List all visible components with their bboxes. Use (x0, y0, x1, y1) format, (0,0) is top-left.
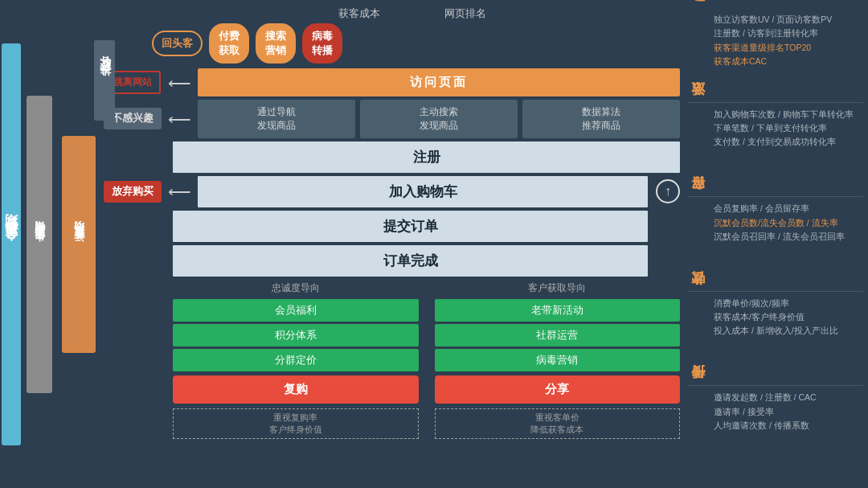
retain-metrics: 会员复购率 / 会员留存率 沉默会员数/流失会员数 / 流失率 沉默会员召回率 … (710, 202, 863, 244)
search-discovery: 主动搜索 发现商品 (360, 100, 518, 138)
up-arrow: ↑ (656, 179, 680, 203)
revenue-metrics: 消费单价/频次/频率 获客成本/客户终身价值 投入成本 / 新增收入/投入产出比 (710, 297, 863, 338)
arrow-left-1: ⟵ (168, 73, 191, 92)
register-row: 注册 (104, 141, 680, 173)
register-bar: 注册 (173, 141, 680, 173)
revenue-m3: 投入成本 / 新增收入/投入产出比 (714, 324, 863, 338)
activate-m2: 下单笔数 / 下单到支付转化率 (714, 121, 863, 135)
loyalty-col: 忠诚度导向 会员福利 积分体系 分群定价 复购 重视复购率 客户终身价值 (173, 281, 419, 439)
group-pricing: 分群定价 (173, 349, 419, 371)
loyalty-column: 会员忠诚度计划 (0, 0, 23, 488)
discovery-row: 不感兴趣 ⟵ 通过导航 发现商品 主动搜索 发现商品 数据算法 推荐商品 (104, 100, 680, 138)
activate-metrics: 加入购物车次数 / 购物车下单转化率 下单笔数 / 下单到支付转化率 支付数 /… (710, 108, 863, 150)
activate-section: 激活 加入购物车次数 / 购物车下单转化率 下单笔数 / 下单到支付转化率 支付… (688, 103, 863, 198)
promote-label: 推广获客 (94, 40, 115, 121)
points-system: 积分体系 (173, 324, 419, 347)
spread-section: 传播 邀请发起数 / 注册数 / CAC 邀请率 / 接受率 人均邀请次数 / … (688, 386, 863, 480)
acquire-m3: 获客渠道量级排名TOP20 (714, 41, 863, 55)
complete-order-row: 订单完成 (104, 245, 680, 277)
spread-metrics: 邀请发起数 / 注册数 / CAC 邀请率 / 接受率 人均邀请次数 / 传播系… (710, 391, 863, 433)
arrow-left-3: ⟵ (168, 182, 191, 201)
channels-row: 回头客 付费 获取 搜索 营销 病毒 转播 (104, 23, 680, 64)
loyalty-note: 重视复购率 客户终身价值 (173, 408, 419, 439)
lifecycle-column: 生命周期营销 (23, 0, 56, 488)
lifecycle-label: 生命周期营销 (27, 96, 52, 393)
retain-m1: 会员复购率 / 会员留存率 (714, 202, 863, 215)
retain-section: 留存 会员复购率 / 会员留存率 沉默会员数/流失会员数 / 流失率 沉默会员召… (688, 197, 863, 292)
acquire-m4: 获客成本CAC (714, 55, 863, 68)
main-layout: 会员忠诚度计划 生命周期营销 运营常规活动 获客成本 网页排名 回头客 付费 获… (0, 0, 868, 488)
member-benefit: 会员福利 (173, 299, 419, 322)
revenue-m2: 获客成本/客户终身价值 (714, 310, 863, 324)
community-ops: 社群运营 (435, 324, 681, 347)
spread-m2: 邀请率 / 接受率 (714, 405, 863, 419)
revenue-m1: 消费单价/频次/频率 (714, 297, 863, 310)
channel-returning: 回头客 (152, 31, 203, 56)
customer-note: 重视客单价 降低获客成本 (435, 408, 681, 439)
arrow-left-2: ⟵ (168, 109, 191, 129)
algo-recommendation: 数据算法 推荐商品 (522, 100, 680, 138)
activate-m1: 加入购物车次数 / 购物车下单转化率 (714, 108, 863, 121)
loyalty-section: 忠诚度导向 会员福利 积分体系 分群定价 复购 重视复购率 客户终身价值 客户获… (104, 281, 680, 439)
share-button[interactable]: 分享 (435, 375, 681, 404)
cost-label: 获客成本 (338, 6, 380, 21)
visit-page-bar: 访问页面 (198, 68, 680, 96)
complete-order-bar: 订单完成 (173, 245, 648, 277)
visit-row: 跳离网站 ⟵ 访问页面 (104, 68, 680, 96)
add-cart-bar: 加入购物车 (198, 176, 648, 207)
acquire-m1: 独立访客数UV / 页面访客数PV (714, 13, 863, 27)
loyalty-label: 会员忠诚度计划 (2, 43, 21, 445)
main-center: 获客成本 网页排名 回头客 付费 获取 搜索 营销 病毒 转播 跳离网站 ⟵ (100, 0, 683, 488)
channel-paid: 付费 获取 (209, 23, 249, 64)
retain-m2: 沉默会员数/流失会员数 / 流失率 (714, 216, 863, 230)
viral-marketing: 病毒营销 (435, 349, 681, 371)
right-metrics-panel: 获取 独立访客数UV / 页面访客数PV 注册数 / 访客到注册转化率 获客渠道… (683, 0, 868, 488)
revenue-section: 营收 消费单价/频次/频率 获客成本/客户终身价值 投入成本 / 新增收入/投入… (688, 292, 863, 387)
spread-m3: 人均邀请次数 / 传播系数 (714, 419, 863, 433)
nav-discovery: 通过导航 发现商品 (198, 100, 355, 138)
loyalty-col-header: 忠诚度导向 (173, 281, 419, 295)
repurchase-button[interactable]: 复购 (173, 375, 419, 404)
spread-m1: 邀请发起数 / 注册数 / CAC (714, 391, 863, 404)
top-labels-row: 获客成本 网页排名 (104, 6, 680, 21)
acquire-metrics: 独立访客数UV / 页面访客数PV 注册数 / 访客到注册转化率 获客渠道量级排… (710, 13, 863, 68)
submit-order-bar: 提交订单 (173, 211, 648, 242)
abandon-purchase-label: 放弃购买 (104, 181, 162, 203)
channel-viral: 病毒 转播 (302, 23, 342, 64)
cart-row: 放弃购买 ⟵ 加入购物车 ↑ (104, 176, 680, 207)
acquire-m2: 注册数 / 访客到注册转化率 (714, 27, 863, 40)
rank-label: 网页排名 (444, 6, 486, 21)
acquire-section: 获取 独立访客数UV / 页面访客数PV 注册数 / 访客到注册转化率 获客渠道… (688, 8, 863, 103)
ops-label: 运营常规活动 (62, 136, 96, 353)
channel-search: 搜索 营销 (256, 23, 296, 64)
retain-m3: 沉默会员召回率 / 流失会员召回率 (714, 230, 863, 244)
feedback-arrow: ↑ (656, 179, 680, 203)
old-bring-new: 老带新活动 (435, 299, 681, 322)
customer-col-header: 客户获取导向 (435, 281, 681, 295)
customer-col: 客户获取导向 老带新活动 社群运营 病毒营销 分享 重视客单价 降低获客成本 (435, 281, 681, 439)
submit-order-row: 提交订单 (104, 211, 680, 242)
activate-m3: 支付数 / 支付到交易成功转化率 (714, 135, 863, 149)
